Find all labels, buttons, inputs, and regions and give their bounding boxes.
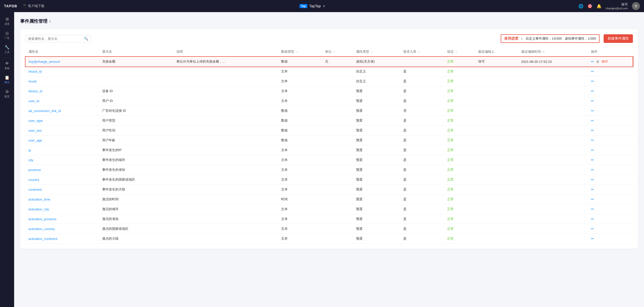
usage-info-icon[interactable]: ℹ bbox=[521, 37, 523, 40]
sidebar-item-view[interactable]: 👁 看板 bbox=[0, 59, 14, 73]
prop-name-link[interactable]: activation_time bbox=[29, 198, 50, 201]
edit-button[interactable]: ✏ bbox=[591, 148, 594, 152]
search-box[interactable]: 🔍 bbox=[25, 35, 91, 42]
edit-button[interactable]: ✏ bbox=[591, 109, 594, 113]
edit-button[interactable]: ✏ bbox=[591, 79, 594, 83]
prop-name-link[interactable]: activation_country bbox=[29, 227, 55, 231]
prop-name-link[interactable]: ip bbox=[29, 148, 31, 152]
prop-name-link[interactable]: user_age bbox=[29, 138, 42, 142]
edit-button[interactable]: ✏ bbox=[591, 178, 594, 182]
sidebar-item-config[interactable]: ⚙ 配置 bbox=[0, 87, 14, 101]
prop-name-link[interactable]: #track_id bbox=[29, 70, 42, 73]
cell-display-name: 用户类型 bbox=[99, 116, 174, 126]
edit-button[interactable]: ✏ bbox=[591, 89, 594, 93]
cell-last-edit-time bbox=[518, 155, 588, 165]
prop-name-link[interactable]: province bbox=[29, 168, 41, 172]
cell-name: #track_id bbox=[25, 67, 99, 76]
prop-name-link[interactable]: device_id bbox=[29, 89, 42, 93]
edit-button[interactable]: ✏ bbox=[591, 187, 594, 191]
cell-last-editor bbox=[475, 234, 518, 244]
prop-name-link[interactable]: user_id bbox=[29, 99, 39, 103]
cell-prop-type: 预置 bbox=[353, 145, 400, 155]
nav-center: Tap TapTap ▼ bbox=[300, 4, 325, 8]
cell-data-type: 文本 bbox=[278, 175, 322, 185]
edit-button[interactable]: ✏ bbox=[591, 207, 594, 211]
filter-icon-datatype[interactable]: ▽ bbox=[296, 50, 298, 53]
table-row: user_id用户 ID文本预置是正常 ✏ bbox=[25, 96, 633, 106]
bell-icon[interactable]: 🔔 bbox=[597, 4, 602, 9]
cell-data-type: 文本 bbox=[278, 145, 322, 155]
cell-in-warehouse: 是 bbox=[400, 145, 444, 155]
user-avatar[interactable]: 张 bbox=[632, 2, 640, 10]
edit-button[interactable]: ✏ bbox=[591, 158, 594, 162]
cell-status: 正常 bbox=[444, 145, 475, 155]
table-row: #track_id文本自定义是正常 ✏ bbox=[25, 67, 633, 76]
edit-button[interactable]: ✏ bbox=[591, 227, 594, 231]
cell-in-warehouse: 是 bbox=[400, 86, 444, 96]
cell-display-name: 用户年龄 bbox=[99, 135, 174, 145]
cell-unit: 元 bbox=[322, 57, 353, 67]
prop-name-link[interactable]: ad_conversion_link_id bbox=[29, 109, 61, 113]
edit-button[interactable]: ✏ bbox=[591, 168, 594, 172]
edit-button[interactable]: ✏ bbox=[591, 128, 594, 132]
sort-icon-edit-time[interactable]: ⇅ bbox=[543, 50, 545, 53]
cell-name: continent bbox=[25, 185, 99, 194]
edit-button[interactable]: ✏ bbox=[591, 119, 594, 123]
cell-last-edit-time bbox=[518, 67, 588, 76]
cell-last-editor bbox=[475, 224, 518, 234]
filter-icon-status[interactable]: ▽ bbox=[455, 50, 457, 53]
cell-in-warehouse: 是 bbox=[400, 96, 444, 106]
prop-name-link[interactable]: #vp@charge_amount bbox=[29, 60, 60, 64]
usage-virtual-stat: 虚拟事件属性：1/300 bbox=[565, 36, 596, 41]
table-row: #vp@charge_amount充值金额将以分为单位上传的充值金额，...数值… bbox=[25, 57, 633, 67]
cell-prop-type: 预置 bbox=[353, 214, 400, 224]
edit-button[interactable]: ✏ bbox=[591, 69, 594, 73]
taptap-dropdown-arrow[interactable]: ▼ bbox=[323, 5, 325, 8]
globe-icon[interactable]: 🌐 bbox=[578, 4, 583, 9]
prop-name-link[interactable]: activation_province bbox=[29, 217, 57, 221]
user-email: zhangke@xd.com bbox=[606, 7, 628, 10]
sidebar-item-events[interactable]: 📋 事件 bbox=[0, 73, 14, 87]
edit-button[interactable]: ✏ bbox=[591, 217, 594, 221]
search-input[interactable] bbox=[28, 37, 82, 41]
prop-name-link[interactable]: user_sex bbox=[29, 129, 42, 132]
sidebar-item-tools[interactable]: 🔧 工具 bbox=[0, 42, 14, 57]
filter-icon-proptype[interactable]: ▽ bbox=[371, 50, 373, 53]
filter-icon-unit[interactable]: ▽ bbox=[333, 50, 335, 53]
new-event-prop-button[interactable]: 新建事件属性 bbox=[604, 34, 633, 43]
prop-name-link[interactable]: #uuid bbox=[29, 79, 37, 83]
edit-button[interactable]: ✏ bbox=[591, 60, 594, 64]
status-badge: 正常 bbox=[447, 227, 454, 231]
prop-name-link[interactable]: country bbox=[29, 178, 39, 182]
prop-name-link[interactable]: activation_continent bbox=[29, 237, 58, 241]
delete-button[interactable]: 🗑 bbox=[596, 60, 600, 64]
sidebar-label-overview: 进度 bbox=[5, 22, 10, 26]
sidebar-item-ad[interactable]: ◎ 广告 bbox=[0, 28, 14, 42]
cell-last-edit-time bbox=[518, 135, 588, 145]
page-info-icon[interactable]: ℹ bbox=[49, 19, 51, 23]
cell-action: ✏ bbox=[588, 76, 633, 86]
nav-right: 🌐 🎯 🔔 张可 zhangke@xd.com 张 bbox=[578, 2, 640, 10]
cell-action: ✏ bbox=[588, 135, 633, 145]
col-header-name: 属性名 bbox=[25, 47, 99, 57]
cell-unit bbox=[322, 126, 353, 135]
prop-name-link[interactable]: city bbox=[29, 158, 34, 162]
filter-icon-warehouse[interactable]: ▽ bbox=[418, 50, 420, 53]
user-info[interactable]: 张可 zhangke@xd.com bbox=[606, 2, 628, 10]
prop-name-link[interactable]: activation_city bbox=[29, 207, 49, 211]
edit-button[interactable]: ✏ bbox=[591, 237, 594, 241]
sidebar-label-events: 事件 bbox=[5, 81, 10, 84]
avatar-text: 张 bbox=[634, 4, 637, 8]
edit-button[interactable]: ✏ bbox=[591, 197, 594, 201]
prop-name-link[interactable]: continent bbox=[29, 188, 42, 191]
target-icon[interactable]: 🎯 bbox=[587, 4, 593, 9]
cell-prop-type: 预置 bbox=[353, 86, 400, 96]
sidebar-item-overview[interactable]: ⊞ 进度 bbox=[0, 14, 14, 28]
edit-button[interactable]: ✏ bbox=[591, 138, 594, 142]
edit-button[interactable]: ✏ bbox=[591, 99, 594, 103]
cell-last-edit-time bbox=[518, 86, 588, 96]
app-selector[interactable]: 📱 客户端下载 bbox=[20, 3, 46, 9]
col-header-status: 状态 ▽ bbox=[444, 47, 475, 57]
prop-name-link[interactable]: user_type bbox=[29, 119, 43, 123]
usage-title: 使用进度 bbox=[504, 36, 518, 41]
